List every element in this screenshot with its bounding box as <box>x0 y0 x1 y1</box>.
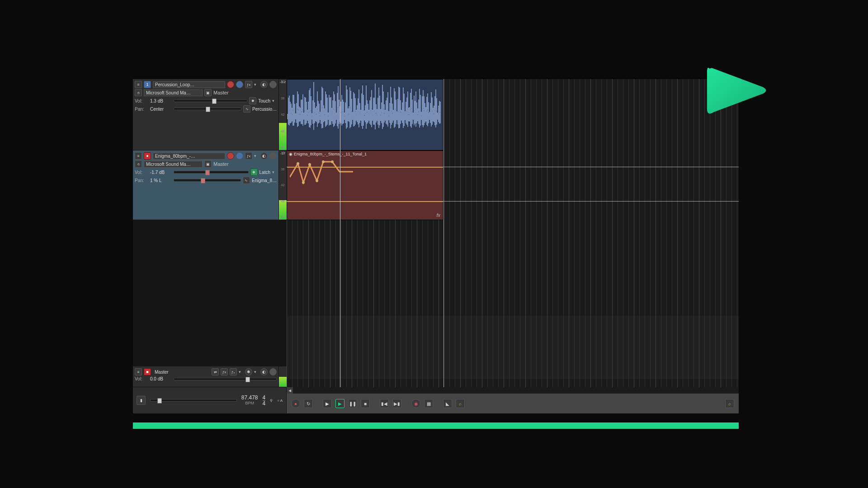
track-menu-icon[interactable]: ≡ <box>135 152 142 160</box>
pause-button[interactable]: ❚❚ <box>348 399 357 408</box>
record-arm-icon[interactable] <box>227 81 234 88</box>
play-button[interactable]: ▶ <box>323 399 332 408</box>
route-icon[interactable]: ⇄ <box>212 368 219 375</box>
timeline-scrollbar[interactable]: ◀ <box>287 387 739 394</box>
play-logo-icon <box>703 63 771 117</box>
progress-bar <box>133 422 739 429</box>
volume-slider[interactable] <box>174 99 247 102</box>
vol-label: Vol: <box>135 99 148 103</box>
empty-track-area[interactable] <box>133 220 287 366</box>
bus-square-icon[interactable]: ▣ <box>204 160 212 168</box>
playhead[interactable] <box>340 79 340 387</box>
link-icon[interactable]: ∿ <box>243 105 250 113</box>
vol-label: Vol: <box>135 170 148 175</box>
pan-slider[interactable] <box>174 108 241 110</box>
envelope-line[interactable] <box>287 167 739 167</box>
record-mode-button[interactable]: ◉ <box>411 399 420 408</box>
automation-icon[interactable]: ◐ <box>260 152 268 160</box>
clip-icon: ◉ <box>289 152 292 156</box>
volume-slider[interactable] <box>174 171 249 174</box>
skip-end-button[interactable]: ▶▮ <box>392 399 401 408</box>
bus-label[interactable]: Master <box>213 90 229 95</box>
fx-icon[interactable]: ƒₓ <box>230 368 237 375</box>
track-header-2: ≡ 2 ● Enigma_80bpm_-… ƒx ▾ ◐ ⎋ Microsoft… <box>133 150 287 220</box>
zoom-to-fit-button[interactable]: ⌕ <box>725 399 734 408</box>
chevron-down-icon[interactable]: ▾ <box>272 170 277 174</box>
gear-icon[interactable]: ✱ <box>250 169 258 176</box>
track-name[interactable]: Percussion_Loop… <box>153 81 225 88</box>
master-volume-slider[interactable] <box>174 378 277 380</box>
automation-curve[interactable] <box>290 159 362 186</box>
clip-tonal[interactable]: ◉ Enigma_80bpm_-_Stems_-_11_Tonal_1 fx <box>287 150 443 220</box>
fx-icon[interactable]: ƒx <box>221 368 228 375</box>
bus-label[interactable]: Master <box>213 161 229 167</box>
daw-editor: ≡ 1 Percussion_Loop… ƒx ▾ ◐ ⎋ Microsoft … <box>133 79 739 413</box>
svg-point-0 <box>297 162 299 165</box>
bottom-bar: ▮ 87.478 BPM 4 4 ⚲ = A ◀ ● ↻ ▶ ▶ <box>133 387 739 413</box>
mode-label[interactable]: = A <box>277 399 283 403</box>
mute-icon[interactable] <box>269 81 277 88</box>
scroll-left-icon[interactable]: ◀ <box>287 387 293 394</box>
automation-target[interactable]: Enigma_8… <box>252 178 277 183</box>
audio-device[interactable]: Microsoft Sound Ma… <box>144 161 203 168</box>
solo-icon[interactable] <box>236 152 243 160</box>
pan-label: Pan: <box>135 178 148 183</box>
record-arm-icon[interactable]: ● <box>144 152 151 160</box>
stop-button[interactable]: ■ <box>361 399 370 408</box>
gear-icon[interactable]: ✱ <box>249 97 256 104</box>
pan-slider[interactable] <box>174 179 241 182</box>
automation-icon[interactable]: ◐ <box>260 81 268 88</box>
master-record-icon[interactable]: ■ <box>144 368 151 375</box>
snap-button[interactable]: ◣ <box>443 399 452 408</box>
svg-point-3 <box>316 179 318 182</box>
svg-point-4 <box>322 160 325 163</box>
track-menu-icon[interactable]: ≡ <box>135 368 142 375</box>
gear-icon[interactable]: ✱ <box>245 368 252 375</box>
audio-device[interactable]: Microsoft Sound Ma… <box>144 89 203 96</box>
automation-target[interactable]: Percussio… <box>252 107 277 112</box>
chevron-down-icon[interactable]: ▾ <box>254 154 259 158</box>
record-button[interactable]: ● <box>291 399 300 408</box>
track-meter: -3.2 30 36 42 48 54 <box>278 79 287 150</box>
timesig-den[interactable]: 4 <box>263 400 266 407</box>
tempo-slider[interactable] <box>150 399 237 402</box>
fx-icon[interactable]: ƒx <box>245 152 252 160</box>
clip-percussion[interactable] <box>287 79 443 150</box>
bus-square-icon[interactable]: ▣ <box>204 89 212 96</box>
grid-button[interactable]: ▦ <box>424 399 433 408</box>
automation-icon[interactable]: ◐ <box>260 368 268 375</box>
loop-end-marker[interactable] <box>443 79 444 387</box>
chevron-down-icon[interactable]: ▾ <box>239 370 243 374</box>
master-name[interactable]: Master <box>153 369 210 375</box>
play-from-cursor-button[interactable]: ▶ <box>335 399 344 408</box>
io-icon[interactable]: ⎋ <box>135 89 142 96</box>
envelope-line[interactable] <box>287 201 739 202</box>
mute-icon[interactable] <box>269 368 277 375</box>
track-number[interactable]: 1 <box>144 81 151 88</box>
zoom-button[interactable]: ⌕ <box>456 399 465 408</box>
timeline[interactable]: ◉ Enigma_80bpm_-_Stems_-_11_Tonal_1 fx <box>287 79 739 387</box>
chevron-down-icon[interactable]: ▾ <box>254 370 259 374</box>
automation-mode[interactable]: Latch <box>259 170 270 175</box>
metronome-icon[interactable]: ▮ <box>137 396 146 405</box>
track-menu-icon[interactable]: ≡ <box>135 81 142 88</box>
chevron-down-icon[interactable]: ▾ <box>272 99 277 103</box>
pan-value: 1 % L <box>150 178 172 183</box>
skip-start-button[interactable]: ▮◀ <box>380 399 389 408</box>
link-icon[interactable]: ∿ <box>243 177 250 184</box>
fx-label[interactable]: fx <box>436 212 440 218</box>
master-lane[interactable] <box>287 316 739 379</box>
automation-mode[interactable]: Touch <box>258 99 270 103</box>
chevron-down-icon[interactable]: ▾ <box>254 82 259 87</box>
loop-button[interactable]: ↻ <box>304 399 313 408</box>
fx-icon[interactable]: ƒx <box>245 81 252 88</box>
track-name[interactable]: Enigma_80bpm_-… <box>153 153 225 160</box>
mute-icon[interactable] <box>269 152 277 160</box>
bpm-value[interactable]: 87.478 <box>241 395 258 400</box>
tuning-icon[interactable]: ⚲ <box>270 399 273 403</box>
record-arm-icon[interactable] <box>227 152 234 160</box>
vol-value: 1.3 dB <box>150 99 172 103</box>
io-icon[interactable]: ⎋ <box>135 160 142 168</box>
timesig-num[interactable]: 4 <box>263 394 266 401</box>
solo-icon[interactable] <box>236 81 243 88</box>
